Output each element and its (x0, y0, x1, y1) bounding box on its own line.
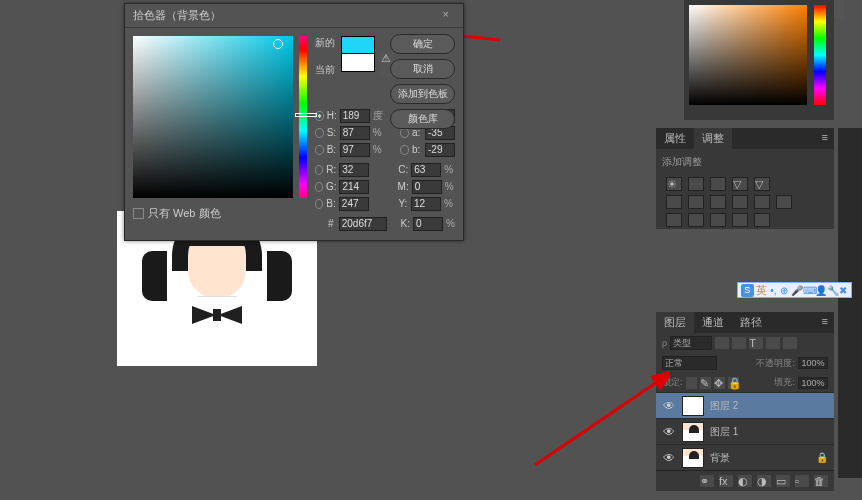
color-panel (684, 0, 834, 120)
adj-icon[interactable]: ▽ (732, 177, 748, 191)
tab-adjustments[interactable]: 调整 (694, 128, 732, 149)
r-radio[interactable] (315, 165, 323, 175)
hex-input[interactable] (339, 217, 387, 231)
picker-cursor (273, 39, 283, 49)
k-input[interactable] (413, 217, 443, 231)
panel-menu-icon[interactable]: ≡ (816, 128, 834, 149)
adj-icon[interactable]: ▽ (754, 177, 770, 191)
new-layer-icon[interactable]: ▫ (795, 475, 809, 487)
layer-row[interactable]: 👁 背景 🔒 (656, 444, 834, 470)
adj-icon[interactable] (710, 213, 726, 227)
saturation-brightness-field[interactable] (133, 36, 293, 198)
layer-thumb[interactable] (682, 422, 704, 442)
adj-icon[interactable] (732, 195, 748, 209)
cancel-button[interactable]: 取消 (390, 59, 455, 79)
tab-channels[interactable]: 通道 (694, 312, 732, 333)
adjustments-panel: 属性 调整 ≡ 添加调整 ☀▽▽ (656, 128, 834, 229)
m-input[interactable] (412, 180, 442, 194)
close-icon[interactable]: × (437, 8, 455, 23)
adj-icon[interactable] (666, 195, 682, 209)
adj-icon[interactable] (754, 213, 770, 227)
adj-icon[interactable] (666, 213, 682, 227)
ime-icon[interactable]: 🎤 (791, 285, 801, 295)
lock-icon[interactable]: ✥ (714, 377, 725, 389)
filter-icon[interactable] (732, 337, 746, 349)
fx-icon[interactable]: fx (719, 475, 733, 487)
bri-input[interactable] (340, 143, 370, 157)
c-input[interactable] (411, 163, 441, 177)
layer-row[interactable]: 👁 图层 2 (656, 392, 834, 418)
visibility-icon[interactable]: 👁 (662, 451, 676, 465)
blue-input[interactable] (339, 197, 369, 211)
ime-icon[interactable]: 👤 (815, 285, 825, 295)
layer-name[interactable]: 背景 (710, 451, 730, 465)
tab-properties[interactable]: 属性 (656, 128, 694, 149)
hue-slider-mini[interactable] (814, 5, 826, 105)
lock-icon: 🔒 (816, 452, 828, 463)
tab-paths[interactable]: 路径 (732, 312, 770, 333)
adj-icon[interactable] (754, 195, 770, 209)
visibility-icon[interactable]: 👁 (662, 399, 676, 413)
hue-slider[interactable] (299, 36, 307, 198)
layer-row[interactable]: 👁 图层 1 (656, 418, 834, 444)
g-input[interactable] (339, 180, 369, 194)
ime-icon[interactable]: 🔧 (827, 285, 837, 295)
color-field-mini[interactable] (689, 5, 807, 105)
adj-icon[interactable] (776, 195, 792, 209)
ime-icon[interactable]: •, (769, 285, 778, 295)
filter-icon[interactable]: T (749, 337, 763, 349)
blue-radio[interactable] (315, 199, 323, 209)
web-colors-checkbox[interactable] (133, 208, 144, 219)
layer-thumb[interactable] (682, 396, 704, 416)
layer-name[interactable]: 图层 1 (710, 425, 738, 439)
tab-layers[interactable]: 图层 (656, 312, 694, 333)
color-lib-button[interactable]: 颜色库 (390, 109, 455, 129)
b-radio[interactable] (315, 145, 324, 155)
ime-icon[interactable]: ⊕ (780, 285, 789, 295)
lock-icon[interactable]: 🔒 (728, 377, 739, 389)
adjustment-icon[interactable]: ◑ (757, 475, 771, 487)
add-swatch-button[interactable]: 添加到色板 (390, 84, 455, 104)
a-radio[interactable] (400, 128, 409, 138)
delete-icon[interactable]: 🗑 (814, 475, 828, 487)
adj-icon[interactable] (710, 177, 726, 191)
fill-value[interactable]: 100% (798, 377, 828, 389)
adj-icon[interactable] (688, 177, 704, 191)
lab-b-input[interactable] (425, 143, 455, 157)
blend-mode-select[interactable]: 正常 (662, 356, 717, 370)
layer-thumb[interactable] (682, 448, 704, 468)
ok-button[interactable]: 确定 (390, 34, 455, 54)
adj-icon[interactable] (688, 213, 704, 227)
hue-cursor (295, 113, 317, 117)
new-color-swatch (341, 36, 375, 54)
adj-icon[interactable]: ☀ (666, 177, 682, 191)
h-input[interactable] (340, 109, 370, 123)
adj-icon[interactable] (688, 195, 704, 209)
ime-icon[interactable]: ✖ (839, 285, 848, 295)
panel-menu-icon[interactable]: ≡ (816, 312, 834, 333)
filter-icon[interactable] (783, 337, 797, 349)
filter-icon[interactable] (766, 337, 780, 349)
layer-filter-kind[interactable]: 类型 (670, 336, 712, 350)
g-radio[interactable] (315, 182, 323, 192)
y-input[interactable] (411, 197, 441, 211)
adj-icon[interactable] (732, 213, 748, 227)
opacity-value[interactable]: 100% (798, 357, 828, 369)
lab-b-radio[interactable] (400, 145, 409, 155)
s-input[interactable] (340, 126, 370, 140)
r-input[interactable] (339, 163, 369, 177)
lock-icon[interactable] (686, 377, 697, 389)
adj-icon[interactable] (710, 195, 726, 209)
current-color-swatch[interactable] (341, 54, 375, 72)
lock-icon[interactable]: ✎ (700, 377, 711, 389)
mask-icon[interactable]: ◐ (738, 475, 752, 487)
s-radio[interactable] (315, 128, 324, 138)
ime-icon[interactable]: ⌨ (803, 285, 813, 295)
group-icon[interactable]: ▭ (776, 475, 790, 487)
layer-name[interactable]: 图层 2 (710, 399, 738, 413)
visibility-icon[interactable]: 👁 (662, 425, 676, 439)
filter-icon[interactable] (715, 337, 729, 349)
link-icon[interactable]: ⚭ (700, 475, 714, 487)
ime-toolbar[interactable]: S 英 •, ⊕ 🎤 ⌨ 👤 🔧 ✖ (737, 282, 852, 298)
annotation-arrow (530, 370, 670, 470)
